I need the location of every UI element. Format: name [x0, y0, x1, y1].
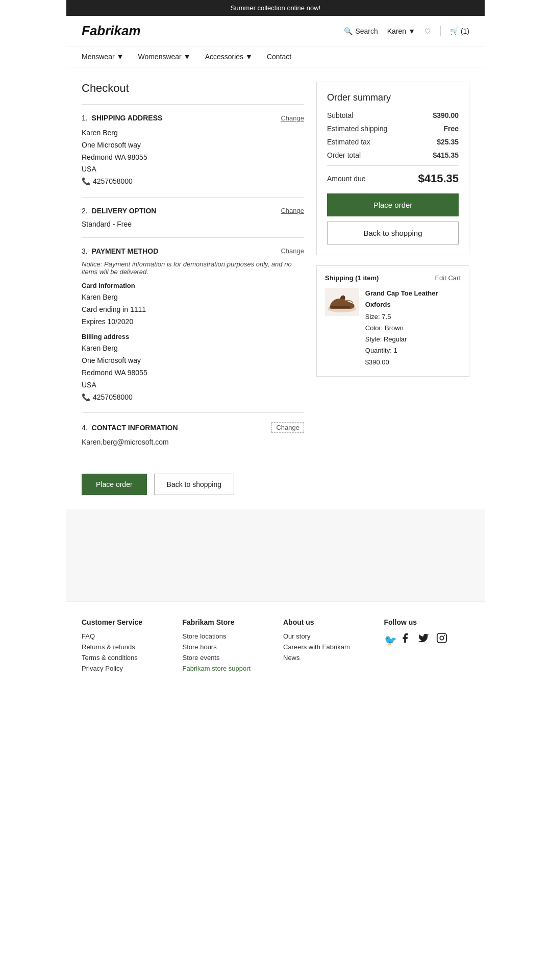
cart-item-size: Size: 7.5	[365, 311, 461, 323]
total-value: $415.35	[433, 151, 459, 159]
card-name: Karen Berg	[82, 291, 304, 304]
cart-shipping-label: Shipping (1 item)	[325, 274, 379, 282]
footer-customer-service: Customer Service FAQ Returns & refunds T…	[82, 618, 167, 675]
svg-point-4	[444, 635, 445, 636]
shipping-title-text: SHIPPING ADDRESS	[92, 114, 163, 122]
shipping-section-header: 1. SHIPPING ADDRESS Change	[82, 114, 304, 122]
payment-section-title: 3. PAYMENT METHOD	[82, 247, 158, 255]
footer-faq-link[interactable]: FAQ	[82, 632, 167, 640]
contact-change-button[interactable]: Change	[271, 422, 304, 433]
phone-icon: 📞	[82, 391, 90, 404]
back-shopping-button-bottom[interactable]: Back to shopping	[154, 474, 234, 495]
nav-contact[interactable]: Contact	[267, 53, 291, 61]
summary-subtotal-row: Subtotal $390.00	[327, 111, 459, 119]
subtotal-label: Subtotal	[327, 111, 353, 119]
tax-label: Estimated tax	[327, 138, 370, 146]
delivery-option: Standard - Free	[82, 220, 304, 228]
contact-section-title: 4. CONTACT INFORMATION	[82, 424, 178, 432]
footer: Customer Service FAQ Returns & refunds T…	[66, 601, 485, 688]
delivery-change-button[interactable]: Change	[281, 207, 304, 214]
twitter-icon[interactable]	[418, 632, 429, 646]
footer-terms-link[interactable]: Terms & conditions	[82, 654, 167, 662]
wishlist-button[interactable]: ♡	[424, 27, 431, 35]
contact-section-header: 4. CONTACT INFORMATION Change	[82, 422, 304, 433]
phone-icon: 📞	[82, 176, 90, 188]
footer-careers-link[interactable]: Careers with Fabrikam	[283, 643, 369, 651]
amount-due-label: Amount due	[327, 175, 366, 183]
place-order-button-bottom[interactable]: Place order	[82, 474, 147, 495]
billing-name: Karen Berg	[82, 342, 304, 355]
footer-store-hours-link[interactable]: Store hours	[183, 643, 268, 651]
card-info-block: Karen Berg Card ending in 1111 Expires 1…	[82, 291, 304, 328]
shipping-name: Karen Berg	[82, 127, 304, 139]
footer-store-support-link[interactable]: Fabrikam store support	[183, 665, 268, 672]
delivery-title-text: DELIVERY OPTION	[92, 207, 157, 215]
delivery-step: 2.	[82, 207, 88, 215]
cart-item-details: Grand Cap Toe Leather Oxfords Size: 7.5 …	[365, 288, 461, 368]
footer-store-events-link[interactable]: Store events	[183, 654, 268, 662]
chevron-down-icon: ▼	[408, 27, 415, 35]
payment-notice: Notice: Payment information is for demon…	[82, 260, 304, 276]
nav-womenswear[interactable]: Womenswear ▼	[138, 53, 190, 61]
back-shopping-button-summary[interactable]: Back to shopping	[327, 222, 459, 244]
nav-accessories[interactable]: Accessories ▼	[205, 53, 253, 61]
shipping-label: Estimated shipping	[327, 125, 387, 133]
nav-menswear-label: Menswear	[82, 53, 115, 61]
billing-address1: One Microsoft way	[82, 355, 304, 367]
navigation: Menswear ▼ Womenswear ▼ Accessories ▼ Co…	[66, 46, 485, 67]
logo[interactable]: Fabrikam	[82, 23, 141, 39]
delivery-section-title: 2. DELIVERY OPTION	[82, 207, 156, 215]
instagram-icon[interactable]	[436, 632, 447, 646]
shoe-icon	[325, 289, 359, 315]
delivery-section: 2. DELIVERY OPTION Change Standard - Fre…	[82, 197, 304, 237]
place-order-button-summary[interactable]: Place order	[327, 193, 459, 216]
payment-step: 3.	[82, 247, 88, 255]
checkout-title: Checkout	[82, 82, 304, 95]
cart-item-image	[325, 288, 359, 316]
cart-count: (1)	[461, 27, 469, 35]
banner-text: Summer collection online now!	[231, 4, 320, 12]
footer-columns: Customer Service FAQ Returns & refunds T…	[82, 618, 469, 675]
footer-store-locations-link[interactable]: Store locations	[183, 632, 268, 640]
total-label: Order total	[327, 151, 361, 159]
chevron-down-icon: ▼	[184, 53, 191, 61]
delivery-section-header: 2. DELIVERY OPTION Change	[82, 207, 304, 215]
shipping-change-button[interactable]: Change	[281, 114, 304, 122]
edit-cart-button[interactable]: Edit Cart	[435, 274, 461, 282]
shipping-phone-number: 4257058000	[93, 176, 133, 188]
payment-title-text: PAYMENT METHOD	[92, 247, 159, 255]
contact-title-text: CONTACT INFORMATION	[92, 424, 178, 432]
cart-item-color: Color: Brown	[365, 323, 461, 334]
footer-our-story-link[interactable]: Our story	[283, 632, 369, 640]
footer-about-title: About us	[283, 618, 369, 626]
order-summary-box: Order summary Subtotal $390.00 Estimated…	[316, 82, 469, 255]
svg-rect-2	[437, 633, 446, 643]
search-button[interactable]: 🔍 Search	[344, 27, 378, 35]
billing-label: Billing address	[82, 333, 304, 340]
checkout-right: Order summary Subtotal $390.00 Estimated…	[316, 82, 469, 495]
footer-returns-link[interactable]: Returns & refunds	[82, 643, 167, 651]
header-right: 🔍 Search Karen ▼ ♡ 🛒 (1)	[344, 26, 469, 36]
footer-privacy-link[interactable]: Privacy Policy	[82, 665, 167, 672]
amount-due-row: Amount due $415.35	[327, 172, 459, 185]
svg-point-3	[440, 636, 443, 640]
cart-header: Shipping (1 item) Edit Cart	[325, 274, 461, 282]
cart-button[interactable]: 🛒 (1)	[450, 27, 469, 35]
footer-news-link[interactable]: News	[283, 654, 369, 662]
cart-item-style: Style: Regular	[365, 334, 461, 345]
top-banner: Summer collection online now!	[66, 0, 485, 16]
facebook-icon[interactable]: 🐦	[384, 632, 411, 646]
user-menu[interactable]: Karen ▼	[387, 27, 415, 35]
checkout-left: Checkout 1. SHIPPING ADDRESS Change Kare…	[82, 82, 304, 495]
payment-section: 3. PAYMENT METHOD Change Notice: Payment…	[82, 237, 304, 412]
payment-change-button[interactable]: Change	[281, 247, 304, 255]
summary-total-row: Order total $415.35	[327, 151, 459, 159]
cart-item: Grand Cap Toe Leather Oxfords Size: 7.5 …	[325, 288, 461, 368]
footer-follow-title: Follow us	[384, 618, 470, 626]
billing-address2: Redmond WA 98055	[82, 367, 304, 379]
card-info-label: Card information	[82, 282, 304, 289]
nav-menswear[interactable]: Menswear ▼	[82, 53, 123, 61]
bottom-actions: Place order Back to shopping	[82, 464, 304, 495]
shipping-step: 1.	[82, 114, 88, 122]
shipping-phone: 📞 4257058000	[82, 176, 304, 188]
